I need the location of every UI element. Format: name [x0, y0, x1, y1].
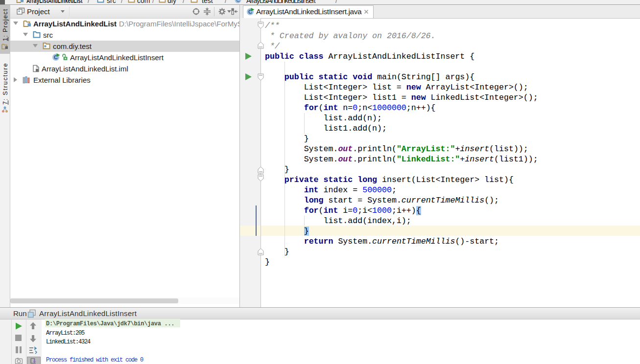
svg-text:C: C: [236, 0, 239, 3]
